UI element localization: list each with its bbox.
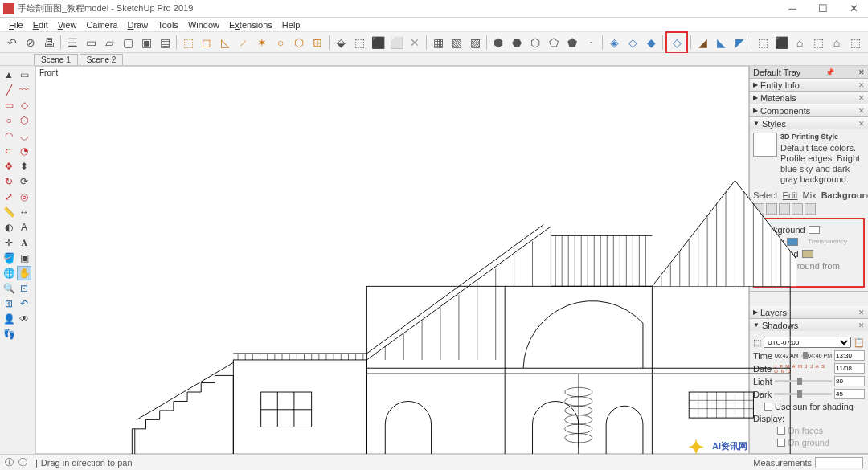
top-icon[interactable]: ◻: [198, 34, 215, 51]
menu-view[interactable]: View: [54, 19, 81, 31]
rect-tool[interactable]: ▭: [2, 98, 16, 112]
panel-entity-info[interactable]: ▶Entity Info✕: [750, 79, 868, 91]
modeling-settings-icon[interactable]: [805, 203, 816, 215]
warehouse-2-icon[interactable]: ⬛: [772, 34, 790, 51]
arc-tool[interactable]: ◠: [2, 129, 16, 143]
ground-color-swatch[interactable]: [802, 250, 813, 258]
help-icon[interactable]: ⓘ: [5, 456, 14, 468]
axes-tool[interactable]: ✛: [2, 235, 16, 250]
tag-1-icon[interactable]: ◈: [605, 34, 623, 51]
text-tool[interactable]: A: [17, 220, 31, 235]
line-tool[interactable]: ╱: [2, 83, 16, 97]
menu-window[interactable]: Window: [184, 19, 223, 31]
tray-pin-icon[interactable]: 📌: [825, 68, 834, 76]
time-input[interactable]: [834, 350, 865, 361]
menu-edit[interactable]: Edit: [29, 19, 52, 31]
select-tool[interactable]: ▲: [2, 67, 16, 82]
style-tab-mix[interactable]: Mix: [803, 190, 817, 200]
freehand-tool[interactable]: 〰: [17, 83, 31, 97]
section-icon[interactable]: ⬙: [332, 34, 350, 51]
right-icon[interactable]: ⟋: [235, 34, 252, 51]
warehouse-5-icon[interactable]: ⌂: [828, 34, 845, 51]
tag-2-icon[interactable]: ◇: [624, 34, 641, 51]
section-cut-icon[interactable]: ⬛: [369, 34, 387, 51]
rotate-tool[interactable]: ↻: [2, 174, 16, 189]
warehouse-4-icon[interactable]: ⬚: [809, 34, 827, 51]
undo-icon[interactable]: ↶: [3, 34, 21, 51]
solid-5-icon[interactable]: ⬟: [563, 34, 581, 51]
zoom-window-tool[interactable]: ⊡: [17, 281, 31, 296]
minimize-button[interactable]: ─: [781, 2, 804, 15]
pie-tool[interactable]: ◔: [17, 144, 31, 158]
solid-1-icon[interactable]: ⬢: [489, 34, 507, 51]
hidden-line-icon[interactable]: ▱: [100, 34, 118, 51]
dark-input[interactable]: [834, 389, 865, 399]
scene-tab-1[interactable]: Scene 1: [34, 54, 78, 65]
zoom-extents-tool[interactable]: ⊞: [2, 296, 16, 311]
solid-3-icon[interactable]: ⬡: [526, 34, 544, 51]
axes-icon[interactable]: ✕: [406, 34, 424, 51]
walk-icon[interactable]: ⊞: [309, 34, 326, 51]
move-tool[interactable]: ✥: [2, 159, 16, 174]
redo-icon[interactable]: ⊘: [22, 34, 39, 51]
section-tool[interactable]: ▣: [17, 251, 31, 265]
position-camera-tool[interactable]: 👤: [2, 312, 16, 326]
follow-tool[interactable]: ⟳: [17, 174, 31, 189]
arc3-tool[interactable]: ⊂: [2, 144, 16, 158]
polygon-tool[interactable]: ⬡: [17, 113, 31, 128]
menu-draw[interactable]: Draw: [124, 19, 153, 31]
scene-tab-2[interactable]: Scene 2: [80, 54, 124, 65]
dark-slider[interactable]: [774, 393, 832, 395]
previous-tool[interactable]: ↶: [17, 296, 31, 311]
background-color-swatch[interactable]: [809, 226, 820, 234]
section-fill-icon[interactable]: ⬜: [387, 34, 405, 51]
model-info-icon[interactable]: ☰: [63, 34, 81, 51]
offset-tool[interactable]: ◎: [17, 190, 31, 204]
solid-4-icon[interactable]: ⬠: [545, 34, 563, 51]
protractor-tool[interactable]: ◐: [2, 220, 16, 235]
tape-tool[interactable]: 📏: [2, 205, 16, 219]
menu-file[interactable]: File: [5, 19, 27, 31]
panel-materials[interactable]: ▶Materials✕: [750, 92, 868, 104]
date-input[interactable]: [834, 363, 865, 374]
iso-icon[interactable]: ⬚: [179, 34, 197, 51]
sandbox-1-icon[interactable]: ◢: [694, 34, 711, 51]
solid-6-icon[interactable]: ⬞: [582, 34, 600, 51]
menu-help[interactable]: Help: [278, 19, 305, 31]
outliner-icon[interactable]: ▨: [466, 34, 484, 51]
tag-3-icon[interactable]: ◆: [642, 34, 660, 51]
viewport[interactable]: Front: [35, 66, 749, 454]
back-icon[interactable]: ✶: [253, 34, 271, 51]
section-display-icon[interactable]: ⬚: [350, 34, 368, 51]
pan-tool[interactable]: ✋: [17, 266, 31, 280]
print-icon[interactable]: 🖶: [40, 34, 58, 51]
close-button[interactable]: ✕: [842, 2, 865, 15]
warehouse-6-icon[interactable]: ⬚: [846, 34, 864, 51]
eraser-tool[interactable]: ▭: [17, 67, 31, 82]
component-icon[interactable]: ▧: [448, 34, 465, 51]
monochrome-icon[interactable]: ▤: [156, 34, 174, 51]
left-icon[interactable]: ○: [272, 34, 289, 51]
walk-tool[interactable]: 👣: [2, 327, 16, 341]
maximize-button[interactable]: ☐: [812, 2, 834, 15]
light-slider[interactable]: [775, 380, 832, 382]
warehouse-3-icon[interactable]: ⌂: [791, 34, 809, 51]
style-highlighted-icon[interactable]: ◇: [668, 34, 686, 51]
paint-tool[interactable]: 🪣: [2, 251, 16, 265]
rotated-rect-tool[interactable]: ◇: [17, 98, 31, 112]
wireframe-icon[interactable]: ▭: [82, 34, 100, 51]
scale-tool[interactable]: ⤢: [2, 190, 16, 204]
3dtext-tool[interactable]: 𝐀: [17, 235, 31, 250]
menu-camera[interactable]: Camera: [82, 19, 121, 31]
light-input[interactable]: [834, 376, 865, 386]
shaded-textures-icon[interactable]: ▣: [137, 34, 155, 51]
orbit-tool[interactable]: 🌐: [2, 266, 16, 280]
sandbox-3-icon[interactable]: ◤: [731, 34, 748, 51]
tray-close-icon[interactable]: ✕: [858, 68, 865, 76]
time-slider[interactable]: [801, 354, 805, 357]
pushpull-tool[interactable]: ⬍: [17, 159, 31, 174]
look-around-tool[interactable]: 👁: [17, 312, 31, 326]
arc2-tool[interactable]: ◡: [17, 129, 31, 143]
dimension-tool[interactable]: ↔: [17, 205, 31, 219]
position-icon[interactable]: ⬡: [290, 34, 308, 51]
